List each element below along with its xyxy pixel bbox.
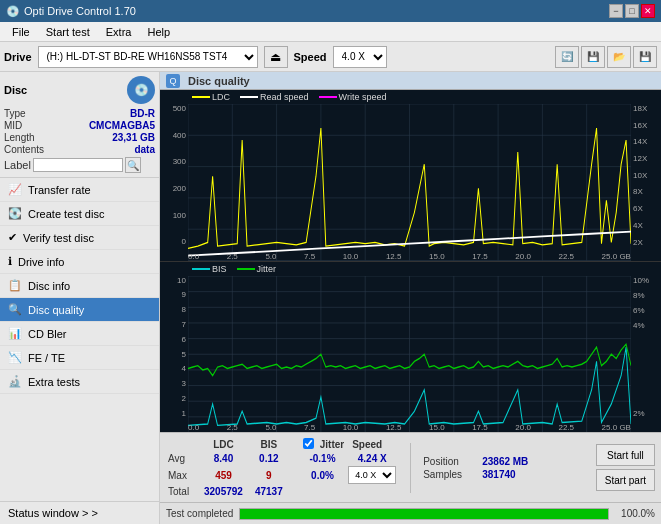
app-icon: 💿 [6, 5, 20, 18]
y-right-14x: 14X [633, 137, 661, 146]
menu-file[interactable]: File [4, 24, 38, 40]
stats-header-speed: Speed [346, 437, 398, 452]
y-right-16x: 16X [633, 121, 661, 130]
chart2-x-axis: 0.0 2.5 5.0 7.5 10.0 12.5 15.0 17.5 20.0… [188, 423, 631, 432]
x2-label-100: 10.0 [343, 423, 359, 432]
app-title: Opti Drive Control 1.70 [24, 5, 136, 17]
drive-icon-btn-3[interactable]: 📂 [607, 46, 631, 68]
y-right-12x: 12X [633, 154, 661, 163]
disc-quality-label: Disc quality [28, 304, 84, 316]
chart2-svg [188, 276, 631, 433]
sidebar-item-cd-bler[interactable]: 📊 CD Bler [0, 322, 159, 346]
disc-type-row: Type BD-R [4, 108, 155, 119]
drive-label: Drive [4, 51, 32, 63]
y2-label-9: 9 [160, 290, 186, 299]
quality-header: Q Disc quality [160, 72, 661, 90]
progress-status-text: Test completed [166, 508, 233, 519]
start-full-button[interactable]: Start full [596, 444, 655, 466]
x2-label-75: 7.5 [304, 423, 315, 432]
x2-label-50: 5.0 [265, 423, 276, 432]
create-test-disc-label: Create test disc [28, 208, 104, 220]
stats-max-label: Max [166, 465, 198, 485]
drive-select[interactable]: (H:) HL-DT-ST BD-RE WH16NS58 TST4 [38, 46, 258, 68]
position-row: Position 23862 MB [423, 456, 528, 467]
disc-length-value: 23,31 GB [112, 132, 155, 143]
sidebar-item-transfer-rate[interactable]: 📈 Transfer rate [0, 178, 159, 202]
stats-header-ldc: LDC [198, 437, 249, 452]
minimize-button[interactable]: − [609, 4, 623, 18]
sidebar-item-disc-info[interactable]: 📋 Disc info [0, 274, 159, 298]
x-label-0: 0.0 [188, 252, 199, 261]
menu-start-test[interactable]: Start test [38, 24, 98, 40]
y-label-300: 300 [160, 157, 186, 166]
y2-label-3: 3 [160, 379, 186, 388]
y-right-6x: 6X [633, 204, 661, 213]
menu-help[interactable]: Help [139, 24, 178, 40]
y-label-0: 0 [160, 237, 186, 246]
stats-total-label: Total [166, 485, 198, 498]
legend-write-speed-color [319, 96, 337, 98]
x2-label-250: 25.0 GB [602, 423, 631, 432]
stats-total-bis: 47137 [249, 485, 289, 498]
maximize-button[interactable]: □ [625, 4, 639, 18]
x2-label-200: 20.0 [515, 423, 531, 432]
menu-extra[interactable]: Extra [98, 24, 140, 40]
speed-label: Speed [294, 51, 327, 63]
x-label-175: 17.5 [472, 252, 488, 261]
main-area: Disc 💿 Type BD-R MID CMCMAGBA5 Length 23… [0, 72, 661, 524]
x2-label-225: 22.5 [558, 423, 574, 432]
eject-button[interactable]: ⏏ [264, 46, 288, 68]
disc-length-row: Length 23,31 GB [4, 132, 155, 143]
y2-label-1: 1 [160, 409, 186, 418]
speed-select-stats[interactable]: 4.0 X [348, 466, 396, 484]
status-window[interactable]: Status window > > [0, 501, 159, 524]
start-part-button[interactable]: Start part [596, 469, 655, 491]
close-button[interactable]: ✕ [641, 4, 655, 18]
sidebar-item-disc-quality[interactable]: 🔍 Disc quality [0, 298, 159, 322]
stats-table: LDC BIS Jitter Speed Avg 8.40 0.12 -0.1%… [166, 437, 398, 498]
chart1-x-axis: 0.0 2.5 5.0 7.5 10.0 12.5 15.0 17.5 20.0… [188, 252, 631, 261]
sidebar-item-fe-te[interactable]: 📉 FE / TE [0, 346, 159, 370]
charts-area: LDC Read speed Write speed 500 400 [160, 90, 661, 432]
progress-bar-outer [239, 508, 609, 520]
disc-type-label: Type [4, 108, 26, 119]
stats-separator [410, 443, 411, 493]
y-right-8x: 8X [633, 187, 661, 196]
disc-label-row: Label 🔍 [4, 157, 155, 173]
legend-read-speed: Read speed [240, 92, 309, 102]
cd-bler-icon: 📊 [8, 327, 22, 340]
x-label-225: 22.5 [558, 252, 574, 261]
jitter-checkbox[interactable] [303, 438, 314, 449]
disc-panel-title: Disc [4, 84, 27, 96]
legend-read-speed-color [240, 96, 258, 98]
stats-max-ldc: 459 [198, 465, 249, 485]
progress-bar-inner [240, 509, 608, 519]
sidebar-item-verify-test-disc[interactable]: ✔ Verify test disc [0, 226, 159, 250]
drive-icon-btn-1[interactable]: 🔄 [555, 46, 579, 68]
disc-mid-row: MID CMCMAGBA5 [4, 120, 155, 131]
sidebar-item-create-test-disc[interactable]: 💽 Create test disc [0, 202, 159, 226]
position-info: Position 23862 MB Samples 381740 [423, 456, 528, 480]
drive-icon-btn-4[interactable]: 💾 [633, 46, 657, 68]
y2-label-5: 5 [160, 350, 186, 359]
legend-write-speed-label: Write speed [339, 92, 387, 102]
position-value: 23862 MB [482, 456, 528, 467]
disc-contents-label: Contents [4, 144, 44, 155]
disc-mid-label: MID [4, 120, 22, 131]
sidebar-item-extra-tests[interactable]: 🔬 Extra tests [0, 370, 159, 394]
y-label-200: 200 [160, 184, 186, 193]
sidebar-item-drive-info[interactable]: ℹ Drive info [0, 250, 159, 274]
drive-icon-btn-2[interactable]: 💾 [581, 46, 605, 68]
x-label-75: 7.5 [304, 252, 315, 261]
y2-right-4p: 4% [633, 321, 661, 330]
disc-label-input[interactable] [33, 158, 123, 172]
speed-select[interactable]: 4.0 X [333, 46, 387, 68]
disc-info-label: Disc info [28, 280, 70, 292]
disc-label-button[interactable]: 🔍 [125, 157, 141, 173]
chart1-y-axis-left: 500 400 300 200 100 0 [160, 104, 188, 247]
y2-right-2p: 2% [633, 409, 661, 418]
drive-info-label: Drive info [18, 256, 64, 268]
x2-label-150: 15.0 [429, 423, 445, 432]
stats-avg-ldc: 8.40 [198, 452, 249, 465]
verify-test-disc-icon: ✔ [8, 231, 17, 244]
